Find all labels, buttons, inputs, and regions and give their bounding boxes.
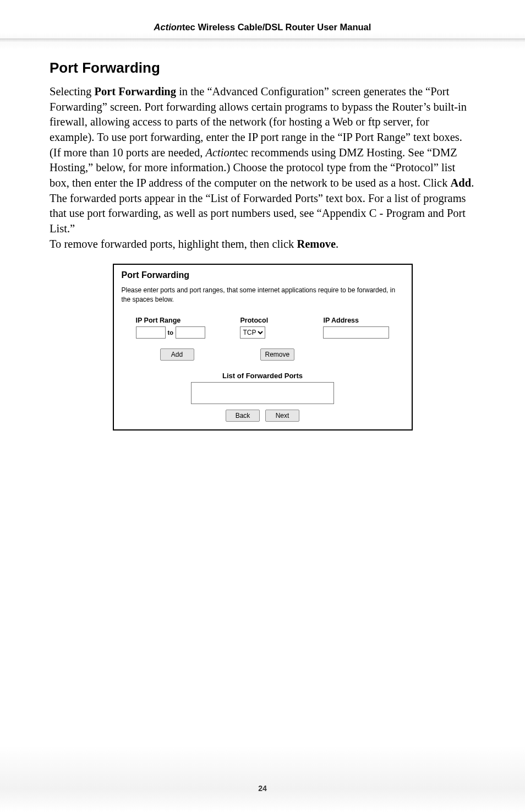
column-headings: IP Port Range Protocol IP Address xyxy=(122,317,404,324)
input-row: to TCP xyxy=(122,326,404,339)
add-button[interactable]: Add xyxy=(160,348,194,361)
forwarded-ports-title: List of Forwarded Ports xyxy=(122,372,404,380)
document-header: Actiontec Wireless Cable/DSL Router User… xyxy=(0,22,525,32)
ip-address-input[interactable] xyxy=(323,326,389,339)
figure-container: Port Forwarding Please enter ports and p… xyxy=(50,264,475,430)
port-range-start-input[interactable] xyxy=(136,326,166,339)
add-remove-row: Add Remove xyxy=(122,348,404,361)
nav-button-row: Back Next xyxy=(122,410,404,422)
port-range-to-label: to xyxy=(168,329,173,336)
back-button[interactable]: Back xyxy=(226,410,260,422)
section-body-2: To remove forwarded ports, highlight the… xyxy=(50,237,475,252)
heading-ip-address: IP Address xyxy=(323,317,403,324)
port-range-end-input[interactable] xyxy=(176,326,205,339)
port-forwarding-panel: Port Forwarding Please enter ports and p… xyxy=(113,264,413,430)
header-title: Wireless Cable/DSL Router User Manual xyxy=(195,22,371,32)
protocol-select[interactable]: TCP xyxy=(240,326,265,339)
forwarded-ports-listbox[interactable] xyxy=(191,382,334,404)
page-number: 24 xyxy=(0,784,525,793)
heading-protocol: Protocol xyxy=(240,317,323,324)
panel-description: Please enter ports and port ranges, that… xyxy=(122,286,404,304)
heading-ip-port-range: IP Port Range xyxy=(136,317,240,324)
brand-italic: Action xyxy=(154,22,182,32)
remove-button[interactable]: Remove xyxy=(260,348,295,361)
panel-title: Port Forwarding xyxy=(122,270,404,280)
section-body-1: Selecting Port Forwarding in the “Advanc… xyxy=(50,84,475,237)
header-divider xyxy=(0,39,525,43)
next-button[interactable]: Next xyxy=(265,410,299,422)
brand-rest: tec xyxy=(182,22,195,32)
section-title: Port Forwarding xyxy=(50,59,475,77)
